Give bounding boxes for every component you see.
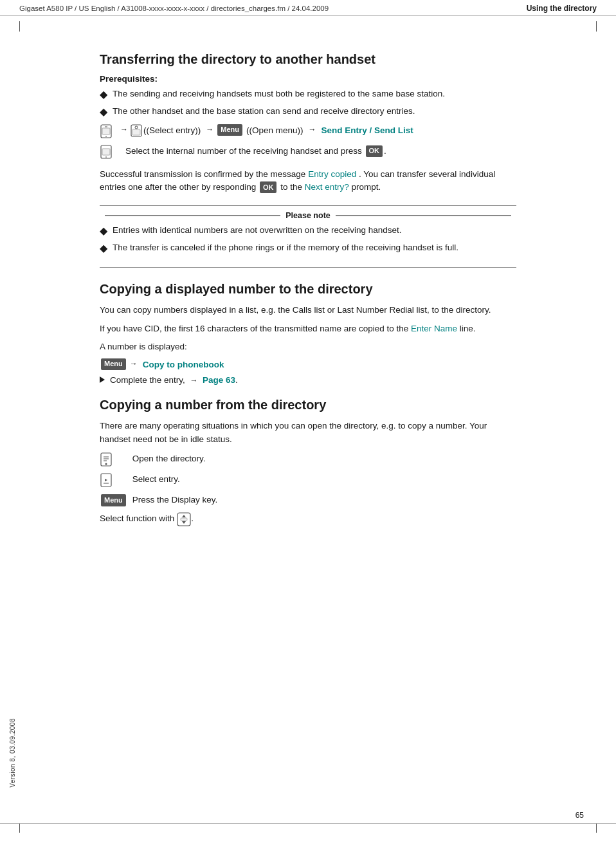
send-entry-text: Send Entry / Send List (322, 124, 413, 137)
svg-rect-2 (102, 128, 110, 134)
header-bar: Gigaset A580 IP / US English / A31008-xx… (0, 0, 616, 16)
svg-rect-8 (102, 149, 110, 155)
diamond-2: ◆ (100, 104, 107, 119)
select-entry-text: Select entry. (132, 472, 516, 492)
note-text-2: The transfer is canceled if the phone ri… (113, 241, 458, 254)
arrow-2: → (206, 124, 213, 135)
arrow-1: → (120, 124, 128, 135)
menu-btn-1: Menu (217, 124, 242, 136)
display-key-text: Press the Display key. (132, 492, 516, 508)
open-dir-text: Open the directory. (132, 451, 516, 472)
copy-phonebook-row: Menu → Copy to phonebook (100, 358, 516, 371)
bottom-deco (0, 823, 616, 833)
breadcrumb: Gigaset A580 IP / US English / A31008-xx… (19, 5, 329, 12)
section1-title: Transferring the directory to another ha… (100, 51, 516, 68)
tri-bullet-1 (100, 376, 105, 383)
select-icon-1 (131, 124, 142, 141)
ok-btn-1: OK (366, 145, 383, 157)
section2-title: Copying a displayed number to the direct… (100, 281, 516, 297)
prereq-item-1: ◆ The sending and receiving handsets mus… (100, 88, 516, 102)
arrow-3: → (309, 124, 316, 135)
note-line-right (336, 215, 511, 216)
select-function-row: Select function with . (100, 512, 516, 530)
svg-marker-20 (182, 521, 186, 524)
top-deco (0, 21, 616, 32)
prerequisites-label: Prerequisites: (100, 74, 516, 84)
complete-entry-row: Complete the entry, → Page 63. (100, 374, 516, 387)
section2-para1: You can copy numbers displayed in a list… (100, 304, 516, 317)
arrow-page: → (190, 376, 200, 385)
phone-icon-1 (100, 124, 118, 142)
nav-icon-cell (177, 512, 191, 530)
svg-rect-21 (181, 518, 187, 521)
copy-label: Copy to phonebook (143, 358, 224, 371)
arrow-copy: → (130, 358, 138, 369)
open-dir-icon-cell (100, 451, 132, 472)
bottom-right-rule (596, 824, 597, 833)
section3-title: Copying a number from the directory (100, 396, 516, 413)
open-menu-text: ((Open menu)) (246, 124, 303, 137)
prerequisites-list: ◆ The sending and receiving handsets mus… (100, 88, 516, 119)
note-text-1: Entries with identical numbers are not o… (113, 224, 402, 237)
svg-rect-5 (132, 129, 140, 135)
display-key-row: Menu Press the Display key. (100, 492, 516, 508)
instr-row-2: Select the internal number of the receiv… (100, 145, 516, 163)
select-entry-icon-cell (100, 472, 132, 492)
display-key-icon-cell: Menu (100, 492, 132, 508)
note-line-left (105, 215, 280, 216)
section-label: Using the directory (527, 4, 597, 13)
please-note-label: Please note (285, 211, 330, 220)
menu-btn-2: Menu (101, 358, 126, 370)
page-container: Gigaset A580 IP / US English / A31008-xx… (0, 0, 616, 852)
top-left-rule (19, 21, 20, 32)
entry-copied-text: Entry copied (308, 169, 356, 179)
select-entry-text: ((Select entry)) (143, 124, 201, 137)
instr-row-1: → ((Select entry)) → Menu ((Open menu)) … (100, 124, 516, 142)
select-entry-icon (100, 473, 113, 487)
top-right-rule (596, 21, 597, 32)
instr2-text: Select the internal number of the receiv… (118, 145, 386, 158)
svg-marker-16 (105, 479, 107, 481)
note-list: ◆ Entries with identical numbers are not… (100, 224, 516, 255)
transmission-para: Successful transmission is confirmed by … (100, 168, 516, 194)
sidebar-version: Version 8, 03.09.2008 (9, 718, 16, 788)
nav-dir-icon (177, 512, 191, 526)
main-content: Transferring the directory to another ha… (0, 32, 616, 558)
dir-open-icon (100, 452, 113, 467)
note-item-1: ◆ Entries with identical numbers are not… (100, 224, 516, 238)
note-item-2: ◆ The transfer is canceled if the phone … (100, 241, 516, 255)
open-dir-row: Open the directory. (100, 451, 516, 472)
diamond-1: ◆ (100, 87, 107, 102)
section2-para3: A number is displayed: (100, 340, 516, 353)
prereq-text-2: The other handset and the base station c… (113, 105, 415, 118)
phone-icon-2 (100, 145, 118, 163)
svg-marker-19 (182, 515, 186, 517)
section3-para1: There are many operating situations in w… (100, 420, 516, 446)
complete-text: Complete the entry, → Page 63. (110, 374, 238, 387)
menu-btn-3: Menu (101, 494, 126, 506)
svg-point-14 (105, 463, 107, 465)
note-diamond-1: ◆ (100, 223, 107, 238)
section2-para2: If you have CID, the first 16 characters… (100, 322, 516, 335)
bottom-left-rule (19, 824, 20, 833)
ok-btn-inline: OK (260, 181, 277, 194)
prereq-text-1: The sending and receiving handsets must … (113, 88, 445, 100)
note-diamond-2: ◆ (100, 241, 107, 255)
next-entry-text: Next entry? (305, 182, 349, 192)
enter-name-text: Enter Name (411, 324, 457, 333)
phone-svg-1 (100, 124, 113, 138)
select-function-period: . (191, 512, 194, 525)
select-entry-row: Select entry. (100, 472, 516, 492)
instr-table: Open the directory. Select entry. Menu P… (100, 451, 516, 508)
page-ref: Page 63 (203, 375, 235, 385)
please-note-header: Please note (100, 211, 516, 220)
select-function-text: Select function with (100, 512, 174, 525)
please-note-box: Please note ◆ Entries with identical num… (100, 205, 516, 268)
svg-point-6 (135, 126, 138, 129)
prereq-item-2: ◆ The other handset and the base station… (100, 105, 516, 119)
page-number: 65 (575, 811, 584, 820)
